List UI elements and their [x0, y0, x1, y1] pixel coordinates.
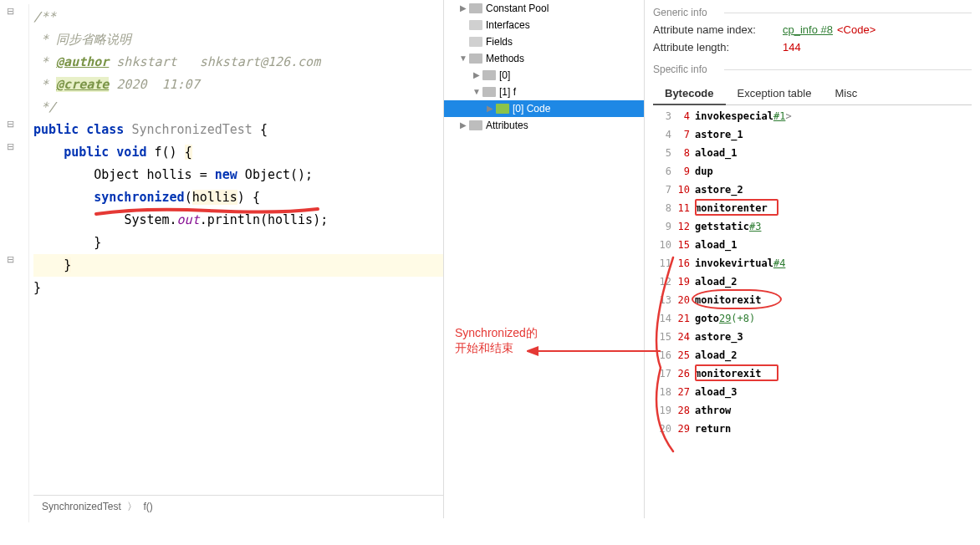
bc-index: 16 — [653, 346, 671, 364]
bc-offset: 16 — [671, 254, 690, 272]
bc-index: 17 — [653, 364, 671, 383]
bytecode-row[interactable]: 1015aload_1 — [653, 236, 972, 254]
chevron-icon[interactable]: ▶ — [457, 117, 469, 134]
bc-index: 7 — [653, 181, 671, 199]
bc-instruction: aload_2 — [695, 272, 738, 291]
bytecode-row[interactable]: 2029return — [653, 420, 972, 438]
bytecode-row[interactable]: 912getstatic #3 — [653, 217, 972, 236]
chevron-icon[interactable]: ▶ — [471, 67, 482, 84]
code-line[interactable]: synchronized(hollis) { — [33, 186, 443, 209]
bytecode-row[interactable]: 1625aload_2 — [653, 346, 972, 364]
breadcrumb-sep: 〉 — [127, 501, 137, 512]
code-line[interactable]: } — [33, 277, 443, 299]
code-line[interactable]: } — [33, 232, 443, 254]
bc-offset: 7 — [671, 125, 690, 144]
bc-instruction: astore_2 — [695, 181, 743, 199]
attr-name-link[interactable]: cp_info #8 — [783, 23, 833, 36]
cp-ref[interactable]: #3 — [749, 217, 761, 236]
tree-label: Constant Pool — [486, 0, 549, 17]
cp-ref[interactable]: #1 — [773, 107, 785, 125]
bytecode-row[interactable]: 1219aload_2 — [653, 272, 972, 291]
bc-index: 15 — [653, 328, 671, 346]
bytecode-row[interactable]: 1320monitorexit — [653, 291, 972, 309]
tree-item-attributes[interactable]: ▶Attributes — [444, 117, 644, 134]
bytecode-row[interactable]: 47astore_1 — [653, 125, 972, 144]
code-line[interactable]: /** — [33, 6, 443, 28]
code-line[interactable]: public void f() { — [33, 141, 443, 164]
bc-offset: 19 — [671, 272, 690, 291]
bc-instruction: return — [695, 420, 731, 438]
folder-icon — [482, 70, 496, 80]
bc-instruction: aload_3 — [695, 383, 738, 401]
tree-item-interfaces[interactable]: Interfaces — [444, 17, 644, 33]
bytecode-row[interactable]: 1827aload_3 — [653, 383, 972, 401]
bytecode-row[interactable]: 1726monitorexit — [653, 364, 972, 383]
tree-item--0-init-[interactable]: ▶[0] — [444, 67, 644, 84]
bytecode-row[interactable]: 1524astore_3 — [653, 328, 972, 346]
bc-index: 4 — [653, 125, 671, 144]
bytecode-row[interactable]: 1928athrow — [653, 401, 972, 420]
bytecode-row[interactable]: 811monitorenter — [653, 199, 972, 217]
bc-offset: 10 — [671, 181, 690, 199]
breadcrumb-class[interactable]: SynchronizedTest — [42, 501, 121, 512]
specific-info-title: Specific info — [653, 64, 972, 75]
fold-marker[interactable]: ⊟ — [7, 254, 18, 266]
code-line[interactable]: * @create 2020 11:07 — [33, 74, 443, 96]
tree-item-fields[interactable]: Fields — [444, 33, 644, 50]
bc-offset: 15 — [671, 236, 690, 254]
code-editor-panel: ⊟ ⊟ ⊟ ⊟ /** * 同步省略说明 * @author shkstart … — [0, 0, 443, 518]
tree-item-constant-pool[interactable]: ▶Constant Pool — [444, 0, 644, 17]
bytecode-row[interactable]: 1116invokevirtual #4 — [653, 254, 972, 272]
chevron-icon[interactable]: ▼ — [471, 84, 482, 100]
offset-ref[interactable]: 29 — [719, 309, 731, 328]
bc-offset: 4 — [671, 107, 690, 125]
bytecode-row[interactable]: 58aload_1 — [653, 144, 972, 162]
tab-bytecode[interactable]: Bytecode — [653, 82, 726, 104]
bc-index: 6 — [653, 162, 671, 181]
code-line[interactable]: * 同步省略说明 — [33, 28, 443, 51]
fold-marker[interactable]: ⊟ — [7, 6, 18, 18]
tab-misc[interactable]: Misc — [823, 82, 869, 104]
attr-name-code: <Code> — [837, 23, 875, 36]
bytecode-row[interactable]: 69dup — [653, 162, 972, 181]
code-line[interactable]: System.out.println(hollis); — [33, 209, 443, 232]
breadcrumb-method[interactable]: f() — [143, 501, 152, 512]
code-line[interactable]: } — [33, 254, 443, 277]
bc-offset: 9 — [671, 162, 690, 181]
chevron-icon[interactable]: ▼ — [457, 50, 469, 67]
tree-item--0-code[interactable]: ▶[0] Code — [444, 100, 644, 117]
bc-instruction: aload_2 — [695, 346, 738, 364]
bc-index: 11 — [653, 254, 671, 272]
code-area[interactable]: /** * 同步省略说明 * @author shkstart shkstart… — [33, 4, 443, 301]
bytecode-row[interactable]: 710astore_2 — [653, 181, 972, 199]
cp-ref[interactable]: #4 — [773, 254, 785, 272]
tab-exception-table[interactable]: Exception table — [726, 82, 824, 104]
bc-offset: 29 — [671, 420, 690, 438]
code-line[interactable]: */ — [33, 96, 443, 119]
bc-index: 20 — [653, 420, 671, 438]
bc-instruction: astore_3 — [695, 328, 743, 346]
bytecode-row[interactable]: 1421goto 29 (+8) — [653, 309, 972, 328]
code-line[interactable]: public class SynchronizedTest { — [33, 119, 443, 141]
tree-label: [0] — [499, 67, 510, 84]
tree-item--1-f[interactable]: ▼[1] f — [444, 84, 644, 100]
file-icon — [469, 37, 482, 47]
bc-instruction: monitorenter — [695, 199, 768, 217]
chevron-icon[interactable]: ▶ — [484, 100, 496, 117]
info-panel: Generic info Attribute name index: cp_in… — [644, 0, 980, 518]
code-line[interactable]: * @author shkstart shkstart@126.com — [33, 51, 443, 74]
bc-instruction: astore_1 — [695, 125, 743, 144]
bytecode-row[interactable]: 34invokespecial #1 > — [653, 107, 972, 125]
fold-marker[interactable]: ⊟ — [7, 119, 18, 130]
chevron-icon[interactable]: ▶ — [457, 0, 469, 17]
breadcrumb[interactable]: SynchronizedTest 〉 f() — [33, 495, 443, 518]
tree-item-methods[interactable]: ▼Methods — [444, 50, 644, 67]
bc-instruction: aload_1 — [695, 236, 738, 254]
bc-index: 3 — [653, 107, 671, 125]
bc-index: 18 — [653, 383, 671, 401]
code-line[interactable]: Object hollis = new Object(); — [33, 164, 443, 186]
bc-index: 19 — [653, 401, 671, 420]
fold-marker[interactable]: ⊟ — [7, 141, 18, 153]
gutter: ⊟ ⊟ ⊟ ⊟ — [0, 4, 29, 522]
tree-label: Fields — [486, 33, 513, 50]
